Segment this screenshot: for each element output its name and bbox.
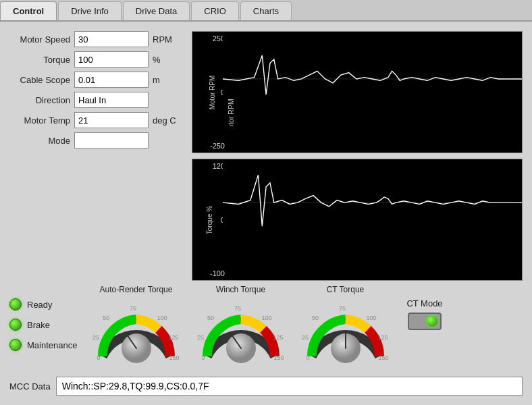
ct-torque-title: CT Torque: [327, 285, 365, 294]
torque-chart-svg: [223, 159, 522, 246]
svg-text:150: 150: [169, 354, 179, 361]
svg-text:75: 75: [234, 305, 240, 312]
svg-text:100: 100: [366, 315, 376, 321]
auto-render-torque-title: Auto-Render Torque: [100, 285, 173, 294]
brake-led: [9, 319, 22, 331]
fields-section: Motor Speed RPM Torque % Cable Scope m D…: [9, 28, 185, 281]
tab-control[interactable]: Control: [0, 1, 57, 20]
winch-torque-wrapper: 0 25 50 75 100 125 150: [194, 296, 288, 370]
svg-text:150: 150: [378, 354, 388, 361]
direction-input[interactable]: [74, 92, 149, 108]
ready-label: Ready: [27, 300, 53, 310]
mcc-value-input[interactable]: [56, 377, 523, 396]
cable-scope-input[interactable]: [74, 72, 149, 88]
top-section: Motor Speed RPM Torque % Cable Scope m D…: [9, 28, 523, 281]
rpm-chart: 250 0 -250 Motor RPM Motor RPM: [192, 31, 523, 153]
svg-text:125: 125: [168, 334, 178, 341]
main-content: Motor Speed RPM Torque % Cable Scope m D…: [0, 22, 532, 405]
svg-text:25: 25: [92, 334, 99, 341]
motor-speed-input[interactable]: [74, 31, 149, 47]
motor-speed-label: Motor Speed: [9, 34, 70, 45]
ct-mode-label: CT Mode: [406, 298, 442, 308]
svg-text:150: 150: [273, 354, 284, 361]
svg-text:Motor RPM: Motor RPM: [228, 99, 235, 126]
svg-text:50: 50: [207, 315, 213, 321]
auto-render-torque-wrapper: 0 25 50 75 100 125 150: [89, 296, 184, 370]
ct-torque-gauge: CT Torque 0 25 50 75 100 125 150: [293, 285, 398, 370]
motor-temp-row: Motor Temp deg C: [9, 112, 185, 128]
svg-text:0: 0: [97, 354, 100, 361]
tab-drive-info[interactable]: Drive Info: [58, 1, 122, 20]
svg-text:75: 75: [338, 305, 345, 312]
gauge-svg-3: 0 25 50 75 100 125 150: [298, 296, 393, 370]
torque-y-top: 120: [194, 162, 225, 170]
rpm-y-bot: -250: [194, 142, 225, 150]
ready-led: [9, 298, 22, 310]
torque-unit: %: [153, 55, 161, 65]
torque-row: Torque %: [9, 51, 185, 68]
torque-label: Torque: [9, 55, 70, 65]
ready-status: Ready: [9, 298, 84, 310]
charts-section: 250 0 -250 Motor RPM Motor RPM: [192, 28, 523, 281]
tab-crio[interactable]: CRIO: [191, 1, 239, 20]
motor-temp-unit: deg C: [153, 115, 176, 126]
maintenance-label: Maintenance: [27, 340, 77, 350]
brake-status: Brake: [9, 319, 84, 331]
gauge-svg-2: 0 25 50 75 100 125 150: [194, 296, 288, 370]
motor-temp-label: Motor Temp: [9, 115, 70, 126]
mode-row: Mode: [9, 132, 185, 148]
tab-drive-data[interactable]: Drive Data: [123, 1, 190, 20]
direction-label: Direction: [9, 95, 70, 105]
torque-y-mid: 0: [194, 216, 225, 224]
ct-mode-led: [427, 316, 437, 327]
svg-text:75: 75: [129, 305, 136, 312]
svg-text:100: 100: [157, 315, 167, 321]
maintenance-status: Maintenance: [9, 339, 84, 351]
mcc-label: MCC Data: [9, 381, 51, 392]
brake-label: Brake: [27, 320, 50, 330]
ct-torque-wrapper: 0 25 50 75 100 125 150: [298, 296, 393, 370]
mcc-section: MCC Data: [9, 373, 523, 398]
cable-scope-row: Cable Scope m: [9, 72, 185, 88]
rpm-y-top: 250: [194, 34, 225, 43]
auto-render-torque-gauge: Auto-Render Torque 0 25 50 7: [84, 285, 188, 370]
motor-temp-input[interactable]: [74, 112, 149, 128]
svg-text:0: 0: [306, 354, 309, 361]
tab-charts[interactable]: Charts: [240, 1, 292, 20]
svg-text:50: 50: [311, 315, 318, 321]
winch-torque-title: Winch Torque: [216, 285, 265, 294]
rpm-y-mid: 0: [194, 88, 225, 97]
svg-text:25: 25: [301, 334, 308, 341]
cable-scope-label: Cable Scope: [9, 75, 70, 85]
gauge-svg-1: 0 25 50 75 100 125 150: [89, 296, 184, 370]
mode-input[interactable]: [74, 132, 149, 148]
mode-label: Mode: [9, 136, 70, 146]
svg-text:50: 50: [102, 315, 109, 321]
torque-y-bot: -100: [194, 269, 225, 277]
ct-mode-section: CT Mode: [398, 285, 452, 330]
torque-chart: 120 0 -100 Torque %: [192, 159, 523, 281]
tab-bar: Control Drive Info Drive Data CRIO Chart…: [0, 0, 532, 22]
direction-row: Direction: [9, 92, 185, 108]
cable-scope-unit: m: [153, 75, 160, 85]
gauges-section: Ready Brake Maintenance Auto-Render Torq…: [9, 281, 523, 373]
svg-text:125: 125: [273, 334, 283, 341]
rpm-y-labels: 250 0 -250: [192, 32, 226, 153]
svg-text:0: 0: [201, 354, 205, 361]
rpm-chart-svg: Motor RPM: [223, 32, 522, 126]
winch-torque-gauge: Winch Torque 0 25 50 75 100 125 150: [188, 285, 293, 370]
app-container: Control Drive Info Drive Data CRIO Chart…: [0, 0, 532, 405]
status-indicators: Ready Brake Maintenance: [9, 285, 84, 351]
motor-speed-row: Motor Speed RPM: [9, 31, 185, 47]
svg-text:25: 25: [196, 334, 203, 341]
maintenance-led: [9, 339, 22, 351]
svg-text:125: 125: [377, 334, 388, 341]
ct-mode-switch[interactable]: [408, 313, 442, 330]
torque-y-labels: 120 0 -100: [192, 159, 226, 280]
torque-input[interactable]: [74, 51, 149, 68]
motor-speed-unit: RPM: [153, 34, 172, 45]
svg-text:100: 100: [261, 315, 271, 321]
